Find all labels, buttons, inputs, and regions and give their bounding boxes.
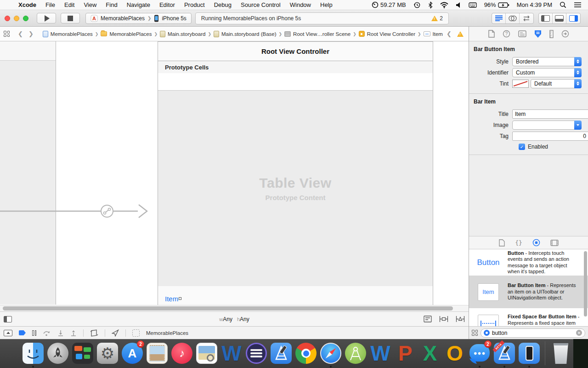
quick-help-inspector-tab[interactable]: ? (503, 30, 510, 38)
dock-launchpad[interactable] (46, 341, 70, 365)
image-combo[interactable] (512, 121, 582, 130)
hide-debug-area-button[interactable] (4, 330, 12, 336)
step-out-button[interactable] (70, 330, 77, 336)
time-machine-menu[interactable] (411, 0, 424, 10)
dock-eclipse[interactable] (244, 341, 268, 365)
breakpoints-toggle-button[interactable] (19, 330, 26, 335)
menu-product[interactable]: Product (180, 0, 209, 10)
forward-button[interactable]: ❯ (26, 30, 36, 37)
tint-popup[interactable]: Default (531, 79, 582, 88)
spotlight-menu[interactable] (557, 0, 569, 10)
menu-window[interactable]: Window (285, 0, 316, 10)
scheme-selector[interactable]: A MemorablePlaces ❯ iPhone 5s (85, 13, 192, 24)
identifier-popup[interactable]: Custom (512, 68, 582, 77)
stop-button[interactable] (61, 13, 80, 23)
version-editor-button[interactable] (520, 13, 533, 23)
dock-android-studio[interactable] (344, 341, 368, 365)
dock-powerpoint[interactable]: P (393, 341, 417, 365)
bar-button-item[interactable]: Item (165, 295, 178, 303)
run-button[interactable] (37, 13, 56, 23)
menu-navigate[interactable]: Navigate (122, 0, 155, 10)
size-class-control[interactable]: wAnyhAny (0, 316, 469, 322)
dock-excel[interactable]: X (418, 341, 442, 365)
dock-xcode-beta[interactable]: BETA (492, 341, 516, 365)
title-field[interactable] (512, 109, 588, 119)
input-menu[interactable] (466, 0, 480, 10)
breadcrumb-project[interactable]: MemorablePlaces (42, 31, 94, 37)
dock-safari[interactable] (319, 341, 343, 365)
breadcrumb-scene[interactable]: Root View…roller Scene (283, 31, 351, 37)
library-item-bar-button-item[interactable]: Item Bar Button Item - Represents an ite… (469, 276, 588, 308)
media-library-tab[interactable] (550, 240, 559, 246)
previous-issue-button[interactable]: ❮ (444, 30, 454, 37)
dock-finder[interactable] (21, 341, 45, 365)
align-button[interactable] (424, 316, 432, 322)
view-debugger-button[interactable] (90, 329, 98, 337)
dock-xcode[interactable] (269, 341, 293, 365)
dock-mission-control[interactable] (71, 341, 95, 365)
scrollbar-thumb[interactable] (3, 306, 453, 310)
breadcrumb-storyboard[interactable]: Main.storyboard (159, 31, 206, 37)
library-search-input[interactable] (492, 330, 574, 336)
close-window-button[interactable] (5, 16, 10, 21)
pause-execution-button[interactable] (32, 330, 36, 336)
notification-center-menu[interactable] (571, 0, 584, 10)
root-view-controller-scene[interactable]: Root View Controller Prototype Cells Tab… (158, 41, 433, 311)
menu-xcode[interactable]: Xcode (14, 0, 41, 10)
connections-inspector-tab[interactable] (561, 30, 569, 38)
menu-help[interactable]: Help (316, 0, 337, 10)
toggle-utilities-button[interactable] (566, 13, 580, 23)
attributes-inspector-tab[interactable] (534, 30, 542, 38)
menu-find[interactable]: Find (101, 0, 122, 10)
prototype-cell[interactable] (158, 73, 433, 91)
breadcrumb-group[interactable]: MemorablePlaces (100, 31, 153, 37)
enabled-checkbox[interactable]: ✓ (519, 144, 525, 150)
toggle-navigator-button[interactable] (539, 13, 553, 23)
assistant-editor-button[interactable] (506, 13, 520, 23)
identity-inspector-tab[interactable] (518, 30, 526, 37)
tag-field[interactable] (512, 132, 588, 141)
menu-editor[interactable]: Editor (155, 0, 180, 10)
wifi-menu[interactable] (437, 0, 451, 10)
dock-word-2011[interactable]: W (220, 341, 243, 365)
simulate-location-button[interactable] (112, 329, 119, 337)
breadcrumb-storyboard-base[interactable]: Main.storyboard (Base) (213, 31, 277, 37)
warning-icon[interactable] (457, 31, 464, 37)
menu-source-control[interactable]: Source Control (236, 0, 285, 10)
file-template-library-tab[interactable] (499, 239, 505, 247)
horizontal-scrollbar[interactable] (0, 305, 469, 311)
dock-app-store[interactable]: A2 (120, 341, 144, 365)
table-view[interactable]: Table View Prototype Content (158, 91, 433, 286)
volume-menu[interactable] (453, 0, 464, 10)
tint-color-well[interactable] (512, 80, 529, 88)
navigation-bar[interactable]: Root View Controller (158, 42, 433, 61)
pin-button[interactable] (439, 316, 448, 322)
resolve-issues-button[interactable] (456, 316, 465, 322)
minimize-window-button[interactable] (14, 16, 19, 21)
library-search-field[interactable]: ✕ (481, 328, 585, 338)
menu-debug[interactable]: Debug (209, 0, 236, 10)
file-inspector-tab[interactable] (488, 30, 495, 38)
clear-search-icon[interactable]: ✕ (576, 330, 582, 336)
resize-handle[interactable] (179, 297, 181, 300)
dock-mail[interactable] (145, 341, 169, 365)
code-snippet-library-tab[interactable]: {} (515, 240, 522, 246)
bluetooth-menu[interactable] (425, 0, 435, 10)
standard-editor-button[interactable] (492, 13, 506, 23)
back-button[interactable]: ❮ (15, 30, 26, 37)
menu-file[interactable]: File (41, 0, 60, 10)
menu-view[interactable]: View (79, 0, 101, 10)
step-into-button[interactable] (57, 330, 64, 336)
dock-preview[interactable] (195, 341, 219, 365)
document-outline-toggle[interactable] (4, 316, 12, 322)
size-inspector-tab[interactable] (549, 30, 554, 38)
breadcrumb-view-controller[interactable]: Root View Controller (358, 31, 416, 37)
battery-menu[interactable]: 96% (481, 0, 512, 10)
dock-outlook[interactable]: O (443, 341, 467, 365)
related-items-button[interactable] (0, 31, 10, 37)
library-item-button[interactable]: Button Button - Intercepts touch events … (469, 249, 588, 276)
memory-status[interactable]: 59.27 MB (369, 0, 409, 10)
segue-arrow[interactable] (0, 201, 158, 221)
dock-system-preferences[interactable]: ⚙ (96, 341, 119, 365)
library-view-mode-icon[interactable] (472, 330, 478, 336)
